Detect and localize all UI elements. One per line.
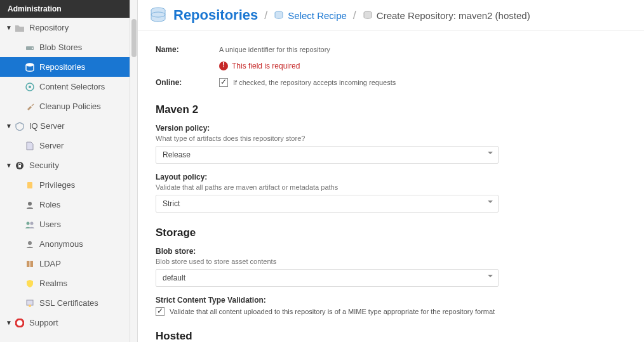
online-label: Online: <box>156 78 219 87</box>
section-hosted: Hosted <box>156 330 626 341</box>
sidebar-group-label: Security <box>29 161 59 170</box>
anon-icon <box>24 240 36 249</box>
hdd-icon <box>24 44 36 51</box>
svg-point-10 <box>27 221 30 225</box>
blob-store-label: Blob store: <box>156 247 626 256</box>
db-icon <box>24 63 36 72</box>
person-icon <box>24 201 36 209</box>
svg-point-16 <box>29 305 31 307</box>
breadcrumb-separator: / <box>264 9 267 22</box>
chevron-down-icon <box>488 275 493 280</box>
users-icon <box>24 220 36 229</box>
page-title[interactable]: Repositories <box>173 7 258 23</box>
chevron-down-icon <box>488 201 493 206</box>
svg-point-18 <box>18 321 22 324</box>
broom-icon <box>24 102 36 111</box>
svg-point-11 <box>30 221 34 225</box>
sidebar-item-blob-stores[interactable]: Blob Stores <box>0 37 130 57</box>
shield-icon <box>24 279 36 288</box>
target-icon <box>24 82 36 91</box>
sidebar-item-roles[interactable]: Roles <box>0 195 130 214</box>
sidebar-group-label: IQ Server <box>29 121 65 131</box>
sidebar-item-anonymous[interactable]: Anonymous <box>0 234 130 254</box>
sidebar-item-ssl-certificates[interactable]: SSL Certificates <box>0 293 130 313</box>
online-help: If checked, the repository accepts incom… <box>233 79 396 86</box>
chevron-down-icon <box>488 152 493 157</box>
sidebar-group-repository[interactable]: ▼ Repository <box>0 18 130 37</box>
name-label: Name: <box>156 45 219 54</box>
svg-rect-15 <box>27 300 33 305</box>
sidebar-item-users[interactable]: Users <box>0 214 130 234</box>
layout-policy-select[interactable]: Strict <box>156 195 499 213</box>
sidebar-item-server[interactable]: Server <box>0 136 130 155</box>
sidebar-group-security[interactable]: ▼ Security <box>0 155 130 175</box>
life-ring-icon <box>14 319 25 327</box>
chevron-down-icon: ▼ <box>5 319 13 326</box>
page-icon <box>24 141 36 150</box>
breadcrumb-separator: / <box>353 9 356 22</box>
online-checkbox[interactable] <box>219 78 228 87</box>
breadcrumb: Repositories / Select Recipe / Create Re… <box>138 0 644 31</box>
sidebar-item-realms[interactable]: Realms <box>0 273 130 293</box>
svg-point-4 <box>29 86 31 88</box>
svg-point-2 <box>26 63 34 65</box>
chevron-down-icon: ▼ <box>5 162 13 169</box>
breadcrumb-select-recipe[interactable]: Select Recipe <box>274 10 347 21</box>
layout-policy-label: Layout policy: <box>156 173 626 181</box>
strict-content-type-checkbox[interactable] <box>156 307 164 316</box>
blob-store-help: Blob store used to store asset contents <box>156 258 626 265</box>
version-policy-label: Version policy: <box>156 124 626 133</box>
badge-icon <box>24 181 36 190</box>
svg-point-9 <box>28 202 32 206</box>
chevron-down-icon: ▼ <box>5 122 13 129</box>
db-icon <box>274 10 284 20</box>
version-policy-select[interactable]: Release <box>156 146 499 164</box>
sidebar-group-label: Support <box>29 318 58 327</box>
svg-rect-8 <box>27 182 32 188</box>
breadcrumb-current: Create Repository: maven2 (hosted) <box>363 10 530 21</box>
chevron-down-icon: ▼ <box>5 24 13 31</box>
sidebar-item-content-selectors[interactable]: Content Selectors <box>0 77 130 96</box>
name-error: This field is required <box>156 56 626 76</box>
main-content: Repositories / Select Recipe / Create Re… <box>138 0 644 342</box>
layout-policy-help: Validate that all paths are maven artifa… <box>156 183 626 191</box>
sidebar-item-repositories[interactable]: Repositories <box>0 57 130 77</box>
blob-store-select[interactable]: default <box>156 269 499 287</box>
folder-icon <box>14 23 25 32</box>
sidebar-item-ldap[interactable]: LDAP <box>0 254 130 273</box>
scrollbar-thumb[interactable] <box>131 19 137 57</box>
sidebar-scrollbar[interactable] <box>130 0 138 342</box>
db-icon <box>149 6 167 24</box>
sidebar-group-iq-server[interactable]: ▼ IQ Server <box>0 116 130 136</box>
db-icon <box>363 10 373 20</box>
sidebar-group-label: Repository <box>29 23 69 32</box>
name-placeholder-text[interactable]: A unique identifier for this repository <box>219 45 626 54</box>
svg-line-5 <box>32 104 34 106</box>
cert-icon <box>24 299 36 308</box>
svg-point-1 <box>32 48 33 49</box>
iq-icon <box>14 122 25 131</box>
sidebar-item-cleanup-policies[interactable]: Cleanup Policies <box>0 96 130 116</box>
svg-rect-7 <box>18 165 21 168</box>
sidebar-item-privileges[interactable]: Privileges <box>0 175 130 195</box>
sidebar-group-support[interactable]: ▼ Support <box>0 313 130 332</box>
section-storage: Storage <box>156 227 626 239</box>
svg-point-12 <box>28 241 32 245</box>
lock-icon <box>14 161 25 170</box>
sidebar-header: Administration <box>0 0 130 18</box>
version-policy-help: What type of artifacts does this reposit… <box>156 135 626 142</box>
section-maven2: Maven 2 <box>156 103 626 116</box>
error-icon <box>219 62 228 70</box>
strict-content-type-label: Strict Content Type Validation: <box>156 296 626 305</box>
book-icon <box>24 260 36 268</box>
strict-content-type-help: Validate that all content uploaded to th… <box>170 308 495 315</box>
admin-sidebar: Administration ▼ Repository Blob Stores … <box>0 0 130 342</box>
